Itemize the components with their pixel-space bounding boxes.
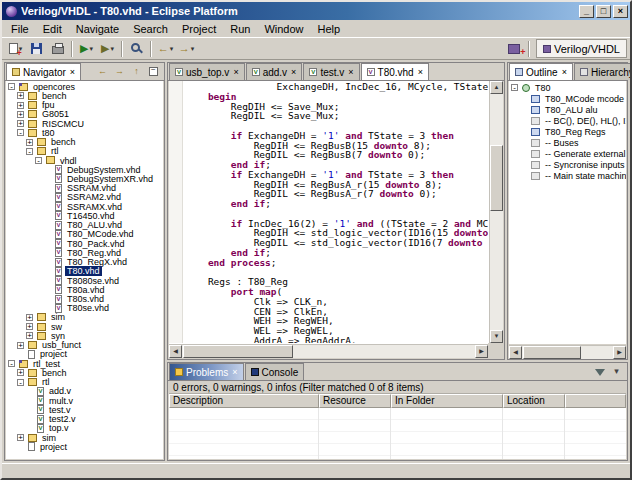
tree-item-t80s-vhd[interactable]: VT80s.vhd xyxy=(6,294,163,303)
tree-item-top-v[interactable]: Vtop.v xyxy=(6,424,163,433)
tree-item-t80-pack-vhd[interactable]: VT80_Pack.vhd xyxy=(6,239,163,248)
save-button[interactable] xyxy=(27,39,46,58)
collapse-toggle-icon[interactable]: - xyxy=(26,148,33,155)
editor-tab-usb-top-v[interactable]: Vusb_top.v× xyxy=(169,63,245,80)
run-button[interactable]: ▶▾ xyxy=(77,39,96,58)
tree-item-bc-de-hl-ix-and[interactable]: -- BC(), DE(), HL(), IX and xyxy=(509,115,626,126)
tree-item-sim[interactable]: +sim xyxy=(6,313,163,322)
close-tab-icon[interactable]: × xyxy=(562,68,567,77)
tree-item-t8080se-vhd[interactable]: VT8080se.vhd xyxy=(6,276,163,285)
expand-toggle-icon[interactable]: + xyxy=(26,332,33,339)
forward-button[interactable]: →▾ xyxy=(177,39,196,58)
expand-toggle-icon[interactable]: + xyxy=(17,342,24,349)
menu-window[interactable]: Window xyxy=(257,21,310,37)
new-wizard-button[interactable]: ▾ xyxy=(6,39,25,58)
outline-tab-hierarchy[interactable]: Hierarchy xyxy=(574,63,632,80)
outline-horizontal-scrollbar[interactable]: ◀ ▶ xyxy=(509,345,626,359)
scroll-right-icon[interactable]: ▶ xyxy=(613,346,626,359)
minimize-button[interactable]: _ xyxy=(579,5,594,18)
tree-item-ssram2-vhd[interactable]: VSSRAM2.vhd xyxy=(6,193,163,202)
close-tab-icon[interactable]: × xyxy=(70,68,75,77)
expand-toggle-icon[interactable]: + xyxy=(17,120,24,127)
tree-item-opencores[interactable]: -opencores xyxy=(6,82,163,91)
print-button[interactable] xyxy=(48,39,67,58)
search-button[interactable] xyxy=(127,39,146,58)
collapse-toggle-icon[interactable]: - xyxy=(17,129,24,136)
open-perspective-button[interactable] xyxy=(505,39,524,58)
editor-horizontal-scrollbar[interactable]: ◀ ▶ xyxy=(169,344,488,358)
tree-item-usb-funct[interactable]: +usb_funct xyxy=(6,341,163,350)
tree-item-main-state-machine[interactable]: -- Main state machine xyxy=(509,170,626,181)
dropdown-arrow-icon[interactable]: ▾ xyxy=(191,45,195,53)
dropdown-arrow-icon[interactable]: ▾ xyxy=(89,45,93,53)
scroll-down-icon[interactable]: ▼ xyxy=(490,330,503,343)
tree-item-ssramx-vhd[interactable]: VSSRAMX.vhd xyxy=(6,202,163,211)
problems-tab-problems[interactable]: Problems× xyxy=(169,363,244,380)
tree-item-rtl[interactable]: -rtl xyxy=(6,147,163,156)
back-button[interactable]: ←▾ xyxy=(156,39,175,58)
tree-item-t80-alu-alu[interactable]: T80_ALU alu xyxy=(509,104,626,115)
tree-item-t80-regx-vhd[interactable]: VT80_RegX.vhd xyxy=(6,257,163,266)
close-button[interactable]: × xyxy=(613,5,628,18)
collapse-all-button[interactable] xyxy=(146,64,161,79)
tree-item-test2-v[interactable]: Vtest2.v xyxy=(6,414,163,423)
scroll-up-icon[interactable]: ▲ xyxy=(490,81,503,94)
expand-toggle-icon[interactable]: + xyxy=(17,92,24,99)
collapse-toggle-icon[interactable]: - xyxy=(35,157,42,164)
maximize-button[interactable]: □ xyxy=(596,5,611,18)
outline-tree[interactable]: -T80T80_MCode mcodeT80_ALU alu-- BC(), D… xyxy=(509,81,626,344)
close-tab-icon[interactable]: × xyxy=(348,68,353,77)
editor-tab-t80-vhd[interactable]: VT80.vhd× xyxy=(361,63,429,80)
tree-item-syn[interactable]: +syn xyxy=(6,331,163,340)
navigator-tree[interactable]: -opencores+bench+fpu+G8051+RISCMCU-t80+b… xyxy=(6,81,163,459)
menu-file[interactable]: File xyxy=(4,21,36,37)
collapse-toggle-icon[interactable]: - xyxy=(17,379,24,386)
column-header-description[interactable]: Description xyxy=(169,394,319,408)
scroll-left-icon[interactable]: ◀ xyxy=(509,346,522,359)
external-tools-button[interactable]: ▶▾ xyxy=(98,39,117,58)
close-tab-icon[interactable]: × xyxy=(418,68,423,77)
tree-item-g8051[interactable]: +G8051 xyxy=(6,110,163,119)
tree-item-debugsystem-vhd[interactable]: VDebugSystem.vhd xyxy=(6,165,163,174)
collapse-toggle-icon[interactable]: - xyxy=(511,84,518,91)
tree-item-t80-mcode-mcode[interactable]: T80_MCode mcode xyxy=(509,93,626,104)
menu-search[interactable]: Search xyxy=(126,21,175,37)
tree-item-riscmcu[interactable]: +RISCMCU xyxy=(6,119,163,128)
tree-item-fpu[interactable]: +fpu xyxy=(6,100,163,109)
code-area[interactable]: ExchangeDH, IncDec_16, MCycle, TState, W… xyxy=(185,82,488,343)
tree-item-ssram-vhd[interactable]: VSSRAM.vhd xyxy=(6,184,163,193)
tree-item-vhdl[interactable]: -vhdl xyxy=(6,156,163,165)
menu-help[interactable]: Help xyxy=(311,21,348,37)
view-menu-button[interactable]: ▾ xyxy=(609,364,624,379)
expand-toggle-icon[interactable]: + xyxy=(17,434,24,441)
tree-item-mult-v[interactable]: Vmult.v xyxy=(6,396,163,405)
editor-tab-test-v[interactable]: Vtest.v× xyxy=(303,63,359,80)
tree-item-project[interactable]: project xyxy=(6,350,163,359)
expand-toggle-icon[interactable]: + xyxy=(17,369,24,376)
tree-item-t80-vhd[interactable]: VT80.vhd xyxy=(6,267,163,276)
outline-tab-outline[interactable]: Outline× xyxy=(509,63,573,80)
horizontal-scrollbar-thumb[interactable] xyxy=(183,345,293,358)
tree-item-t80a-vhd[interactable]: VT80a.vhd xyxy=(6,285,163,294)
tree-item-generate-external-control[interactable]: -- Generate external control xyxy=(509,148,626,159)
tree-item-bench[interactable]: +bench xyxy=(6,91,163,100)
close-tab-icon[interactable]: × xyxy=(233,68,238,77)
collapse-toggle-icon[interactable]: - xyxy=(8,360,15,367)
editor-vertical-scrollbar[interactable]: ▲ ▼ xyxy=(489,81,503,343)
column-header-resource[interactable]: Resource xyxy=(319,394,391,408)
expand-toggle-icon[interactable]: + xyxy=(26,139,33,146)
tree-item-t80[interactable]: -T80 xyxy=(509,82,626,93)
expand-toggle-icon[interactable]: + xyxy=(26,314,33,321)
horizontal-scrollbar-thumb[interactable] xyxy=(523,346,581,359)
perspective-verilog-vhdl-button[interactable]: Verilog/VHDL xyxy=(536,39,627,58)
tree-item-bench[interactable]: +bench xyxy=(6,368,163,377)
tree-item-t80[interactable]: -t80 xyxy=(6,128,163,137)
navigator-tab-navigator[interactable]: Navigator× xyxy=(6,63,81,80)
tree-item-add-v[interactable]: Vadd.v xyxy=(6,387,163,396)
tree-item-t80-mcode-vhd[interactable]: VT80_MCode.vhd xyxy=(6,230,163,239)
up-button[interactable]: ↑ xyxy=(129,64,144,79)
column-header-in-folder[interactable]: In Folder xyxy=(391,394,503,408)
forward-button[interactable]: → xyxy=(112,64,127,79)
tree-item-bench[interactable]: +bench xyxy=(6,137,163,146)
vertical-scrollbar-thumb[interactable] xyxy=(490,145,503,211)
